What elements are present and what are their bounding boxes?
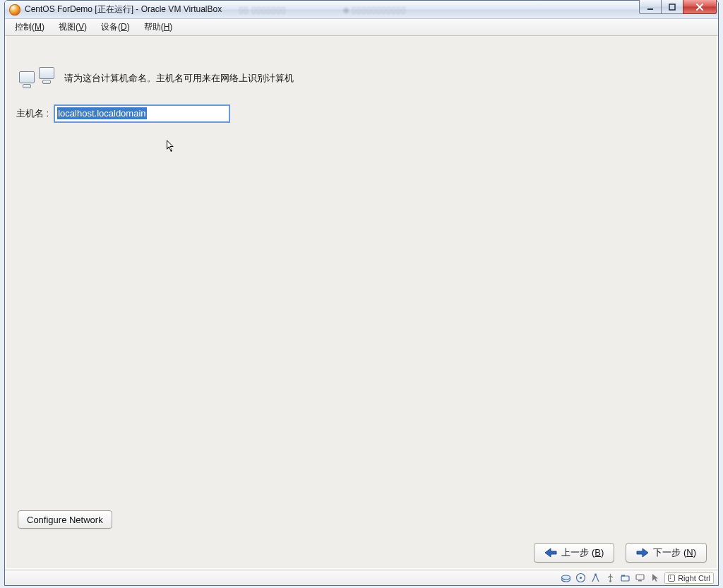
menu-devices-accel: D xyxy=(121,22,127,32)
installer-screen: 请为这台计算机命名。主机名可用来在网络上识别计算机 主机名 : localhos… xyxy=(6,36,717,569)
network-icon[interactable] xyxy=(590,572,601,583)
network-computers-icon xyxy=(19,67,56,90)
configure-network-button[interactable]: Configure Network xyxy=(18,510,112,529)
maximize-button[interactable] xyxy=(661,0,683,14)
host-key-label: Right Ctrl xyxy=(678,574,710,582)
hostname-input-wrap: localhost.localdomain xyxy=(54,105,229,122)
minimize-icon xyxy=(647,4,654,11)
host-key-capture-icon xyxy=(668,575,675,582)
svg-rect-10 xyxy=(636,575,644,580)
window-controls xyxy=(640,0,717,15)
optical-disc-icon[interactable] xyxy=(575,572,586,583)
back-button-label: 上一步 (B) xyxy=(561,546,604,559)
shared-folders-icon[interactable] xyxy=(620,572,631,583)
svg-point-5 xyxy=(580,577,582,579)
virtualbox-app-icon xyxy=(9,4,20,16)
mouse-cursor-icon xyxy=(166,139,176,153)
next-button[interactable]: 下一步 (N) xyxy=(626,543,707,563)
window-title: CentOS ForDemo [正在运行] - Oracle VM Virtua… xyxy=(25,4,222,16)
svg-rect-9 xyxy=(621,575,625,577)
background-windows-blur: ▯▯ ▯▯▯▯▯▯▯◉ ▯▯▯▯▯▯▯▯▯▯▯ xyxy=(239,5,406,15)
hostname-input[interactable] xyxy=(54,105,229,122)
header-row: 请为这台计算机命名。主机名可用来在网络上识别计算机 xyxy=(19,67,294,90)
menu-devices[interactable]: 设备(D) xyxy=(94,20,137,35)
menu-view[interactable]: 视图(V) xyxy=(52,20,94,35)
svg-rect-1 xyxy=(669,4,675,10)
svg-rect-0 xyxy=(647,8,653,10)
menu-control-accel: M xyxy=(35,22,42,32)
menu-help[interactable]: 帮助(H) xyxy=(137,20,180,35)
maximize-icon xyxy=(669,4,676,11)
svg-point-3 xyxy=(562,575,570,580)
next-button-label: 下一步 (N) xyxy=(653,546,696,559)
usb-icon[interactable] xyxy=(605,572,616,583)
menu-control-label: 控制 xyxy=(15,22,32,32)
minimize-button[interactable] xyxy=(639,0,662,14)
virtualbox-window: CentOS ForDemo [正在运行] - Oracle VM Virtua… xyxy=(4,0,719,586)
svg-point-6 xyxy=(594,574,597,576)
hostname-row: 主机名 : localhost.localdomain xyxy=(16,105,229,122)
close-icon xyxy=(695,3,704,11)
back-button[interactable]: 上一步 (B) xyxy=(534,543,614,563)
hard-disk-icon[interactable] xyxy=(561,572,571,583)
menu-control[interactable]: 控制(M) xyxy=(8,20,52,35)
display-icon[interactable] xyxy=(635,572,645,583)
titlebar[interactable]: CentOS ForDemo [正在运行] - Oracle VM Virtua… xyxy=(5,1,718,19)
statusbar: Right Ctrl xyxy=(5,570,718,585)
menu-help-label: 帮助 xyxy=(144,22,161,32)
menu-view-label: 视图 xyxy=(59,22,76,32)
svg-point-7 xyxy=(609,580,611,582)
arrow-left-icon xyxy=(544,548,557,558)
menu-devices-label: 设备 xyxy=(101,22,118,32)
menu-view-accel: V xyxy=(78,22,84,32)
hostname-label: 主机名 : xyxy=(16,107,49,120)
header-text: 请为这台计算机命名。主机名可用来在网络上识别计算机 xyxy=(64,72,294,85)
close-button[interactable] xyxy=(683,0,717,14)
svg-rect-8 xyxy=(621,576,629,581)
arrow-right-icon xyxy=(636,548,649,558)
mouse-integration-icon[interactable] xyxy=(650,572,660,583)
menu-help-accel: H xyxy=(164,22,170,32)
status-tray xyxy=(561,572,660,583)
host-key-indicator[interactable]: Right Ctrl xyxy=(664,572,714,584)
svg-rect-11 xyxy=(638,580,642,582)
nav-bar: 上一步 (B) 下一步 (N) xyxy=(6,537,717,568)
menubar: 控制(M) 视图(V) 设备(D) 帮助(H) xyxy=(5,19,718,36)
